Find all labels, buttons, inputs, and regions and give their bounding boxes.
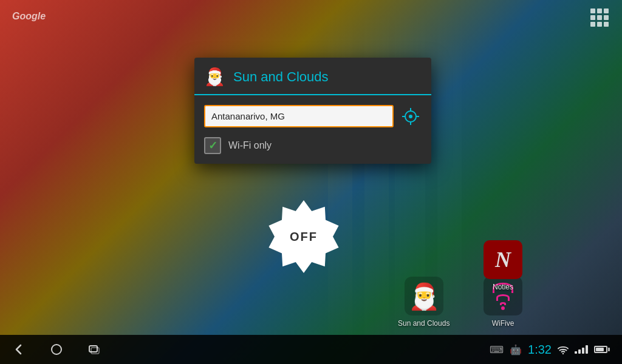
google-logo: Google [12, 11, 46, 22]
noties-app-label: Noties [493, 283, 513, 291]
svg-point-6 [52, 345, 61, 354]
home-button[interactable] [50, 343, 63, 356]
sun-clouds-app-icon-img: 🎅 [405, 277, 443, 315]
clock-display: 1:32 [528, 343, 552, 357]
noties-bg: N [484, 240, 522, 279]
back-button[interactable] [12, 343, 26, 356]
grid-dot [597, 22, 602, 27]
noties-letter: N [495, 247, 511, 272]
battery-icon [594, 346, 610, 353]
grid-dot [604, 8, 609, 13]
grid-dot [590, 22, 595, 27]
wifi-only-row: ✓ Wi-Fi only [204, 137, 422, 154]
svg-rect-8 [91, 348, 99, 354]
grid-dot [590, 8, 595, 13]
svg-rect-7 [89, 346, 97, 352]
grid-dot [597, 15, 602, 20]
svg-point-9 [562, 353, 564, 354]
grid-dot [590, 15, 595, 20]
app-icon-noties[interactable]: N Noties [484, 240, 522, 291]
dialog: 🎅 Sun and Clouds ✓ [194, 58, 431, 164]
wifive-app-label: WiFive [492, 319, 514, 328]
dialog-header: 🎅 Sun and Clouds [194, 58, 431, 95]
app-icon-sun-clouds[interactable]: 🎅 Sun and Clouds [398, 277, 449, 328]
wifi-only-checkbox[interactable]: ✓ [204, 137, 221, 154]
nav-status-right: ⌨ 🤖 1:32 [490, 343, 610, 357]
location-input[interactable] [204, 105, 394, 127]
sun-clouds-emoji: 🎅 [408, 281, 440, 311]
svg-point-1 [409, 115, 412, 118]
wifi-status-icon [558, 345, 569, 354]
wallpaper [0, 0, 622, 364]
target-icon [402, 108, 419, 125]
signal-bars-icon [575, 345, 588, 354]
keyboard-icon: ⌨ [490, 344, 504, 356]
location-row [204, 105, 422, 127]
recents-button[interactable] [87, 343, 101, 356]
nav-buttons-left [12, 343, 101, 356]
grid-dot [604, 15, 609, 20]
sun-clouds-app-label: Sun and Clouds [398, 319, 449, 328]
dialog-app-icon: 🎅 [204, 66, 226, 88]
apps-grid-button[interactable] [590, 8, 610, 28]
location-target-button[interactable] [400, 106, 422, 127]
android-icon: 🤖 [510, 344, 522, 356]
checkmark-icon: ✓ [208, 140, 217, 151]
grid-dot [597, 8, 602, 13]
grid-dot [604, 22, 609, 27]
dialog-title: Sun and Clouds [233, 69, 329, 85]
wifi-only-label: Wi-Fi only [228, 140, 272, 151]
navigation-bar: ⌨ 🤖 1:32 [0, 335, 622, 364]
off-label: OFF [290, 230, 318, 244]
noties-app-icon-img: N [484, 240, 522, 279]
dialog-body: ✓ Wi-Fi only [194, 95, 431, 164]
